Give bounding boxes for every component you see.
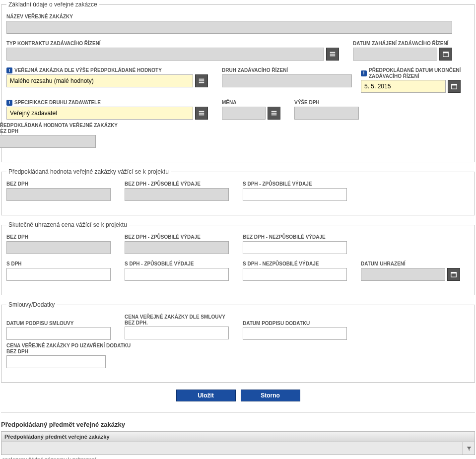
by-value-input[interactable] — [6, 74, 193, 87]
save-button[interactable]: Uložit — [176, 390, 236, 401]
by-value-label: !VEŘEJNÁ ZAKÁZKA DLE VÝŠE PŘEDPOKLÁDANÉ … — [6, 67, 208, 73]
contracts-fieldset: Smlouvy/Dodatky DATUM PODPISU SMLOUVY CE… — [1, 301, 475, 383]
price-addendum-label: CENA VEŘEJNÉ ZAKÁZKY PO UZAVŘENÍ DODATKU… — [6, 343, 131, 354]
svg-rect-9 — [452, 84, 457, 86]
price-addendum-input[interactable] — [6, 355, 106, 368]
actual-legend: Skutečně uhrazená cena vážící se k proje… — [6, 221, 129, 228]
start-date-label: DATUM ZAHÁJENÍ ZADÁVACÍHO ŘÍZENÍ — [353, 41, 452, 47]
currency-label: MĚNA — [222, 100, 280, 106]
proc-type-label: DRUH ZADÁVACÍHO ŘÍZENÍ — [222, 67, 352, 73]
proc-type-input[interactable] — [222, 74, 352, 87]
act-bezdph-nezp-label: BEZ DPH - NEZPŮSOBILÉ VÝDAJE — [243, 234, 347, 240]
svg-rect-5 — [199, 79, 204, 80]
est-bezdph-zp-label: BEZ DPH - ZPŮSOBILÉ VÝDAJE — [125, 181, 229, 187]
est-bezdph-zp-field: BEZ DPH - ZPŮSOBILÉ VÝDAJE — [125, 181, 229, 201]
list-icon[interactable] — [195, 74, 208, 87]
calendar-icon[interactable] — [448, 80, 461, 93]
act-sdph-nezp-input[interactable] — [243, 268, 347, 281]
spec-field: !SPECIFIKACE DRUHU ZADAVATELE — [6, 100, 208, 120]
addendum-date-input[interactable] — [243, 327, 347, 340]
contract-type-input[interactable] — [6, 48, 324, 61]
est-value-label: PŘEDPOKLÁDANÁ HODNOTA VEŘEJNÉ ZAKÁZKY BE… — [0, 123, 118, 134]
act-bezdph-zp-input[interactable] — [125, 241, 229, 254]
list-icon[interactable] — [195, 107, 208, 120]
list-icon[interactable] — [268, 107, 280, 120]
est-value-input[interactable] — [0, 135, 96, 148]
act-sdph-nezp-label: S DPH - NEZPŮSOBILÉ VÝDAJE — [243, 261, 347, 267]
actual-fieldset: Skutečně uhrazená cena vážící se k proje… — [1, 221, 475, 295]
calendar-icon[interactable] — [447, 268, 460, 281]
act-bezdph-zp-label: BEZ DPH - ZPŮSOBILÉ VÝDAJE — [125, 234, 229, 240]
cancel-button[interactable]: Storno — [241, 390, 300, 401]
act-sdph-label: S DPH — [6, 261, 111, 267]
price-contract-input[interactable] — [125, 327, 229, 339]
svg-rect-0 — [330, 52, 336, 53]
est-bezdph-field: BEZ DPH — [6, 181, 111, 201]
end-date-label: !PŘEDPOKLÁDANÉ DATUM UKONČENÍ ZADÁVACÍHO… — [361, 67, 461, 79]
svg-rect-7 — [199, 82, 204, 83]
subject-title: Předpokládaný předmět veřejné zakázky — [1, 421, 475, 428]
svg-rect-13 — [272, 111, 277, 112]
spec-label: !SPECIFIKACE DRUHU ZADAVATELE — [6, 100, 208, 106]
required-icon: ! — [361, 70, 367, 76]
est-sdph-zp-field: S DPH - ZPŮSOBILÉ VÝDAJE — [243, 181, 347, 201]
price-contract-label: CENA VEŘEJNÉ ZAKÁZKY DLE SMLOUVY BEZ DPH… — [125, 314, 229, 326]
filter-icon[interactable] — [463, 442, 475, 455]
svg-rect-15 — [272, 115, 277, 116]
sign-date-label: DATUM PODPISU SMLOUVY — [6, 314, 111, 326]
calendar-icon[interactable] — [439, 48, 452, 61]
separator — [1, 412, 475, 413]
contracts-legend: Smlouvy/Dodatky — [6, 301, 57, 308]
currency-field: MĚNA — [222, 100, 280, 120]
list-icon[interactable] — [326, 48, 339, 61]
by-value-field: !VEŘEJNÁ ZAKÁZKA DLE VÝŠE PŘEDPOKLÁDANÉ … — [6, 67, 208, 93]
act-bezdph-nezp-input[interactable] — [243, 241, 347, 254]
svg-rect-14 — [272, 113, 277, 114]
estimated-legend: Předpokládaná hodnota veřejné zakázky vá… — [6, 168, 171, 175]
paid-date-field: DATUM UHRAZENÍ — [361, 261, 460, 281]
end-date-input[interactable] — [361, 80, 446, 93]
end-date-field: !PŘEDPOKLÁDANÉ DATUM UKONČENÍ ZADÁVACÍHO… — [361, 67, 461, 93]
vat-rate-input[interactable] — [294, 107, 359, 120]
act-bezdph-input[interactable] — [6, 241, 111, 254]
sign-date-input[interactable] — [6, 327, 111, 340]
name-label: NÁZEV VEŘEJNÉ ZAKÁZKY — [6, 14, 452, 20]
svg-rect-11 — [199, 113, 204, 114]
paid-date-input[interactable] — [361, 268, 445, 281]
required-icon: ! — [6, 67, 12, 73]
spec-input[interactable] — [6, 107, 193, 120]
grid-empty-message: enalezeny žádné záznamy k zobrazení — [1, 455, 475, 459]
act-sdph-input[interactable] — [6, 268, 111, 281]
grid-filter-input[interactable] — [1, 442, 463, 455]
svg-rect-10 — [199, 111, 204, 112]
name-input[interactable] — [6, 21, 452, 34]
est-bezdph-label: BEZ DPH — [6, 181, 111, 187]
est-bezdph-zp-input[interactable] — [125, 188, 229, 201]
estimated-fieldset: Předpokládaná hodnota veřejné zakázky vá… — [1, 168, 475, 215]
est-sdph-zp-input[interactable] — [243, 188, 347, 201]
est-value-field: PŘEDPOKLÁDANÁ HODNOTA VEŘEJNÉ ZAKÁZKY BE… — [0, 123, 118, 148]
svg-rect-4 — [443, 52, 449, 54]
basic-fieldset: Základní údaje o veřejné zakázce NÁZEV V… — [1, 1, 475, 162]
svg-rect-17 — [451, 272, 457, 274]
act-sdph-zp-input[interactable] — [125, 268, 229, 281]
svg-rect-2 — [330, 56, 336, 57]
est-bezdph-input[interactable] — [6, 188, 111, 201]
basic-legend: Základní údaje o veřejné zakázce — [6, 1, 99, 8]
main-buttons: Uložit Storno — [1, 390, 475, 401]
addendum-date-label: DATUM PODPISU DODATKU — [243, 314, 347, 326]
est-sdph-zp-label: S DPH - ZPŮSOBILÉ VÝDAJE — [243, 181, 347, 187]
currency-input[interactable] — [222, 107, 266, 120]
required-icon: ! — [6, 100, 12, 106]
name-field: NÁZEV VEŘEJNÉ ZAKÁZKY — [6, 14, 452, 34]
contract-type-label: TYP KONTRAKTU ZADÁVACÍHO ŘÍZENÍ — [6, 41, 339, 47]
start-date-input[interactable] — [353, 48, 437, 61]
proc-type-field: DRUH ZADÁVACÍHO ŘÍZENÍ — [222, 67, 352, 93]
grid-header: Předpokládaný předmět veřejné zakázky — [1, 431, 475, 442]
svg-rect-6 — [199, 80, 204, 81]
svg-rect-12 — [199, 115, 204, 116]
act-bezdph-label: BEZ DPH — [6, 234, 111, 240]
start-date-field: DATUM ZAHÁJENÍ ZADÁVACÍHO ŘÍZENÍ — [353, 41, 452, 61]
grid-filter-row — [1, 442, 475, 455]
svg-rect-1 — [330, 54, 336, 55]
